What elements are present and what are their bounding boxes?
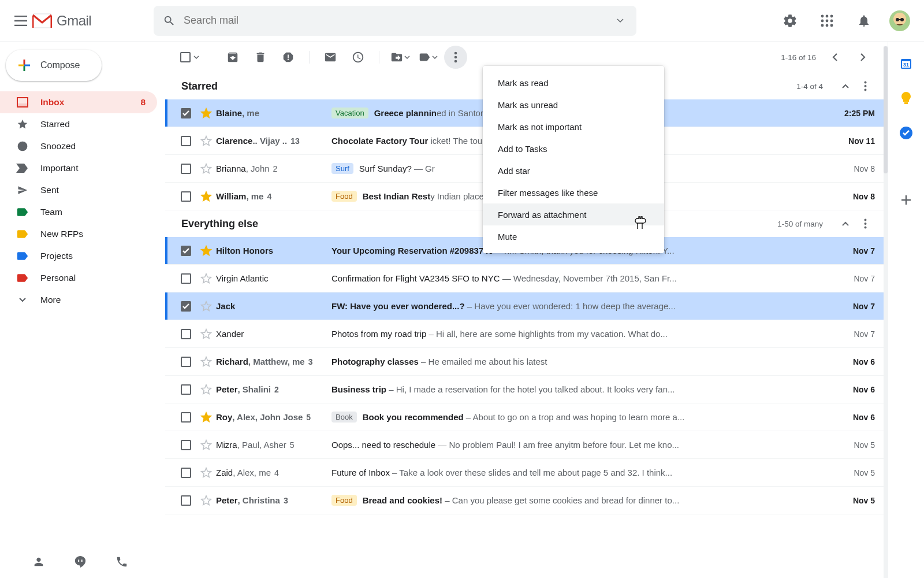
star-icon[interactable]	[196, 301, 216, 312]
row-checkbox[interactable]	[176, 164, 196, 174]
labels-icon[interactable]	[416, 46, 439, 69]
sidebar-item-sent[interactable]: Sent	[0, 179, 157, 201]
star-icon[interactable]	[196, 356, 216, 368]
star-icon[interactable]	[196, 439, 216, 451]
row-checkbox[interactable]	[176, 246, 196, 256]
sidebar-item-important[interactable]: Important	[0, 157, 157, 179]
row-checkbox[interactable]	[176, 412, 196, 423]
row-checkbox[interactable]	[176, 468, 196, 478]
more-icon[interactable]	[444, 46, 467, 69]
star-icon[interactable]	[196, 412, 216, 423]
tasks-icon[interactable]	[899, 126, 913, 140]
menu-item-mark-as-unread[interactable]: Mark as unread	[483, 94, 664, 116]
mail-row[interactable]: Peter, Shalini2Business trip – Hi, I mad…	[165, 376, 888, 403]
section-more-icon[interactable]	[855, 218, 875, 229]
spam-icon[interactable]	[277, 46, 300, 69]
mark-read-icon[interactable]	[319, 46, 342, 69]
menu-item-mark-as-not-important[interactable]: Mark as not important	[483, 116, 664, 138]
star-icon[interactable]	[196, 467, 216, 479]
scrollbar-thumb[interactable]	[884, 46, 888, 173]
star-icon[interactable]	[196, 245, 216, 257]
add-addon-icon[interactable]	[899, 193, 913, 207]
contacts-icon[interactable]	[32, 555, 45, 568]
row-date: Nov 11	[834, 136, 875, 146]
sidebar-item-inbox[interactable]: Inbox8	[0, 91, 157, 113]
mail-row[interactable]: XanderPhotos from my road trip – Hi all,…	[165, 320, 888, 348]
sender: Blaine, me	[216, 108, 331, 118]
sidebar-item-personal[interactable]: Personal	[0, 267, 157, 289]
mail-row[interactable]: Zaid, Alex, me4Future of Inbox – Take a …	[165, 459, 888, 487]
row-content: Business trip – Hi, I made a reservation…	[331, 384, 834, 394]
sidebar-item-projects[interactable]: Projects	[0, 245, 157, 267]
menu-icon[interactable]	[9, 9, 32, 32]
label-chip[interactable]: Surf	[331, 163, 353, 174]
label-chip[interactable]: Vacation	[331, 108, 368, 118]
menu-item-mark-as-read[interactable]: Mark as read	[483, 72, 664, 94]
sidebar-item-new-rfps[interactable]: New RFPs	[0, 223, 157, 245]
row-checkbox[interactable]	[176, 384, 196, 395]
star-icon[interactable]	[196, 163, 216, 175]
calendar-icon[interactable]: 31	[899, 57, 913, 71]
notifications-icon[interactable]	[852, 9, 875, 32]
menu-item-add-star[interactable]: Add star	[483, 160, 664, 181]
keep-icon[interactable]	[899, 91, 913, 105]
mail-row[interactable]: Peter, Christina3FoodBread and cookies! …	[165, 487, 888, 514]
mail-row[interactable]: Richard, Matthew, me3Photography classes…	[165, 348, 888, 376]
sidebar-item-label: Inbox	[40, 97, 64, 108]
star-icon[interactable]	[196, 495, 216, 506]
select-all[interactable]	[177, 49, 203, 66]
row-checkbox[interactable]	[176, 108, 196, 118]
sidebar-item-team[interactable]: Team	[0, 201, 157, 223]
search-input[interactable]	[184, 14, 613, 27]
row-checkbox[interactable]	[176, 301, 196, 312]
row-checkbox[interactable]	[176, 191, 196, 202]
settings-icon[interactable]	[778, 9, 802, 32]
prev-page-icon[interactable]	[826, 53, 844, 62]
search-options-icon[interactable]	[613, 18, 627, 23]
sidebar-item-more[interactable]: More	[0, 289, 157, 311]
search-bar[interactable]	[154, 6, 636, 36]
label-chip[interactable]: Food	[331, 191, 357, 202]
star-icon[interactable]	[196, 328, 216, 340]
star-icon[interactable]	[196, 273, 216, 284]
row-date: Nov 5	[834, 468, 875, 477]
star-icon[interactable]	[196, 191, 216, 202]
app-logo[interactable]: Gmail	[32, 13, 136, 29]
sidebar-item-starred[interactable]: Starred	[0, 113, 157, 135]
apps-icon[interactable]	[815, 9, 839, 32]
sidebar-item-snoozed[interactable]: Snoozed	[0, 135, 157, 157]
menu-item-add-to-tasks[interactable]: Add to Tasks	[483, 138, 664, 160]
row-checkbox[interactable]	[176, 495, 196, 506]
row-checkbox[interactable]	[176, 273, 196, 284]
row-checkbox[interactable]	[176, 329, 196, 339]
row-checkbox[interactable]	[176, 136, 196, 146]
hangouts-icon[interactable]	[74, 555, 87, 569]
menu-item-filter-messages-like-these[interactable]: Filter messages like these	[483, 181, 664, 203]
chevron-up-icon[interactable]	[836, 221, 855, 227]
label-chip[interactable]: Food	[331, 495, 357, 506]
star-icon[interactable]	[196, 108, 216, 119]
chevron-up-icon[interactable]	[836, 83, 855, 89]
svg-point-22	[864, 81, 866, 84]
row-checkbox[interactable]	[176, 357, 196, 367]
mail-row[interactable]: Roy, Alex, John Jose5BookBook you recomm…	[165, 403, 888, 431]
section-more-icon[interactable]	[855, 81, 875, 91]
mail-row[interactable]: Mizra, Paul, Asher5Oops... need to resch…	[165, 431, 888, 459]
mail-row[interactable]: Virgin AtlanticConfirmation for Flight V…	[165, 265, 888, 292]
snooze-icon[interactable]	[346, 46, 370, 69]
mail-row[interactable]: JackFW: Have you ever wondered...? – Hav…	[165, 292, 888, 320]
next-page-icon[interactable]	[854, 53, 871, 62]
account-avatar[interactable]	[889, 10, 910, 31]
label-chip[interactable]: Book	[331, 412, 357, 423]
row-date: Nov 6	[834, 385, 875, 394]
star-icon[interactable]	[196, 384, 216, 395]
delete-icon[interactable]	[249, 46, 272, 69]
svg-point-9	[830, 24, 833, 27]
phone-icon[interactable]	[116, 555, 128, 568]
compose-button[interactable]: Compose	[6, 50, 102, 81]
star-icon[interactable]	[196, 135, 216, 147]
sidebar-item-label: More	[40, 295, 61, 305]
archive-icon[interactable]	[221, 46, 244, 69]
row-checkbox[interactable]	[176, 440, 196, 450]
move-to-icon[interactable]	[389, 46, 412, 69]
